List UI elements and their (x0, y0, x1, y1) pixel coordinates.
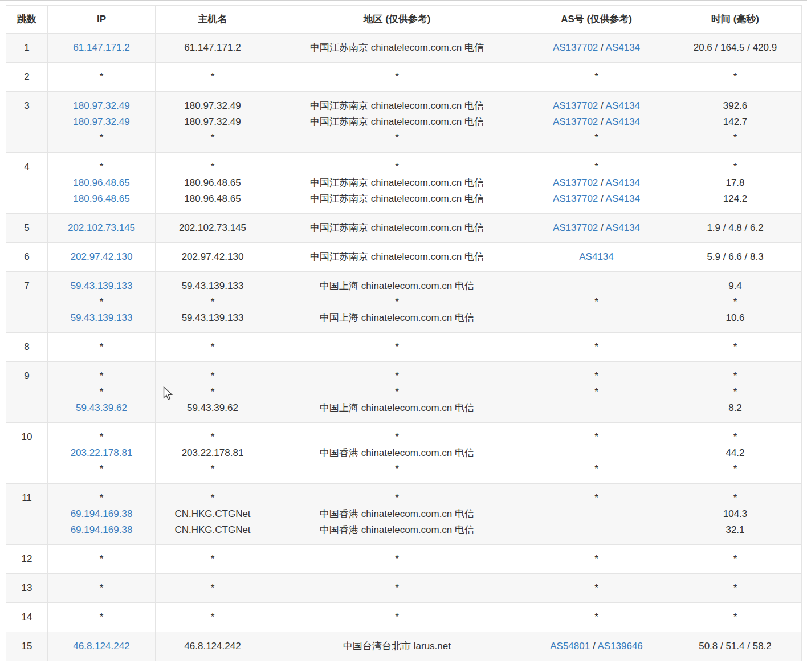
as-link[interactable]: AS4134 (606, 222, 641, 233)
hop-cell: 4 (6, 153, 48, 214)
table-row: 10*203.22.178.81**203.22.178.81**中国香港 ch… (6, 423, 802, 484)
as-link[interactable]: AS137702 (553, 193, 598, 204)
cell-line: * (527, 580, 666, 596)
ip-link[interactable]: 69.194.169.38 (71, 524, 133, 535)
as-link[interactable]: AS137702 (553, 222, 598, 233)
ip-link[interactable]: 202.97.42.130 (71, 251, 133, 262)
as-link[interactable]: AS54801 (550, 641, 590, 651)
ip-link[interactable]: 59.43.139.133 (71, 280, 133, 291)
cell-line: * (272, 609, 521, 625)
cell-line: * (671, 461, 799, 477)
cell-line: 50.8 / 51.4 / 58.2 (671, 638, 799, 654)
region-cell: **中国上海 chinatelecom.com.cn 电信 (270, 362, 524, 423)
cell-line: * (158, 609, 267, 625)
cell-line: AS137702 / AS4134 (527, 98, 666, 114)
cell-line: 6 (9, 249, 45, 265)
ip-link[interactable]: 180.96.48.65 (73, 193, 129, 204)
as-link[interactable]: AS137702 (553, 100, 598, 111)
cell-line: * (527, 384, 666, 400)
ip-cell: *203.22.178.81* (48, 423, 156, 484)
cell-line: 5.9 / 6.6 / 8.3 (671, 249, 799, 265)
ip-link[interactable]: 202.102.73.145 (68, 222, 135, 233)
cell-line: * (527, 551, 666, 567)
table-row: 13***** (6, 574, 802, 603)
cell-line: 7 (9, 278, 45, 294)
table-row: 6202.97.42.130202.97.42.130中国江苏南京 chinat… (6, 243, 802, 272)
cell-line: 5 (9, 220, 45, 236)
cell-line: 59.43.139.133 (158, 278, 267, 294)
table-row: 5202.102.73.145202.102.73.145中国江苏南京 chin… (6, 214, 802, 243)
table-header-row: 跳数IP主机名地区 (仅供参考)AS号 (仅供参考)时间 (毫秒) (6, 6, 802, 34)
as-link[interactable]: AS137702 (553, 116, 598, 127)
cell-line: 59.43.139.133 (50, 278, 153, 294)
cell-line: 180.97.32.49 (50, 114, 153, 130)
as-link[interactable]: AS4134 (606, 177, 641, 188)
ip-link[interactable]: 69.194.169.38 (71, 508, 133, 519)
region-cell: *中国香港 chinatelecom.com.cn 电信中国香港 chinate… (270, 484, 524, 545)
ip-link[interactable]: 180.96.48.65 (73, 177, 129, 188)
traceroute-table: 跳数IP主机名地区 (仅供参考)AS号 (仅供参考)时间 (毫秒) 161.14… (6, 5, 802, 661)
region-cell: 中国台湾台北市 larus.net (270, 632, 524, 661)
table-row: 12***** (6, 545, 802, 574)
hop-cell: 5 (6, 214, 48, 243)
time-cell: 20.6 / 164.5 / 420.9 (669, 34, 802, 63)
as-cell: * (524, 63, 669, 92)
as-link[interactable]: AS137702 (553, 177, 598, 188)
cell-line: 12 (9, 551, 45, 567)
cell-line: * (50, 69, 153, 85)
cell-line: * (527, 339, 666, 355)
cell-line: * (527, 461, 666, 477)
cell-line: 中国上海 chinatelecom.com.cn 电信 (272, 400, 521, 416)
cell-line: 69.194.169.38 (50, 522, 153, 538)
cell-line: * (158, 429, 267, 445)
cell-line: 124.2 (671, 191, 799, 207)
cell-line: 11 (9, 490, 45, 506)
cell-line: * (671, 368, 799, 384)
ip-link[interactable]: 203.22.178.81 (71, 447, 133, 458)
cell-line: 202.102.73.145 (50, 220, 153, 236)
as-link[interactable]: AS139646 (597, 641, 642, 651)
cell-line: 中国江苏南京 chinatelecom.com.cn 电信 (272, 98, 521, 114)
hop-cell: 9 (6, 362, 48, 423)
ip-link[interactable]: 180.97.32.49 (73, 116, 129, 127)
region-cell: *中国香港 chinatelecom.com.cn 电信* (270, 423, 524, 484)
cell-line: * (272, 384, 521, 400)
ip-cell: * (48, 603, 156, 632)
cell-line: * (50, 609, 153, 625)
as-link[interactable]: AS4134 (606, 116, 641, 127)
ip-link[interactable]: 59.43.139.133 (71, 312, 133, 323)
ip-link[interactable]: 46.8.124.242 (73, 641, 129, 651)
time-cell: *17.8124.2 (669, 153, 802, 214)
cell-line: 2 (9, 69, 45, 85)
host-cell: *180.96.48.65180.96.48.65 (156, 153, 270, 214)
cell-line: * (158, 461, 267, 477)
as-cell: * (524, 574, 669, 603)
cell-line: 32.1 (671, 522, 799, 538)
cell-line: 10 (9, 429, 45, 445)
cell-line: * (272, 551, 521, 567)
cell-line: 中国江苏南京 chinatelecom.com.cn 电信 (272, 249, 521, 265)
as-link[interactable]: AS4134 (606, 42, 641, 53)
time-cell: * (669, 574, 802, 603)
ip-cell: * (48, 333, 156, 362)
cell-line: 104.3 (671, 506, 799, 522)
ip-link[interactable]: 61.147.171.2 (73, 42, 129, 53)
region-cell: * (270, 545, 524, 574)
as-link[interactable]: AS4134 (606, 193, 641, 204)
cell-line: * (527, 609, 666, 625)
as-link[interactable]: AS137702 (553, 42, 598, 53)
ip-cell: * (48, 574, 156, 603)
cell-line: 中国上海 chinatelecom.com.cn 电信 (272, 278, 521, 294)
cell-line: * (158, 69, 267, 85)
as-link[interactable]: AS4134 (606, 100, 641, 111)
hop-cell: 8 (6, 333, 48, 362)
cell-line: * (671, 384, 799, 400)
ip-link[interactable]: 180.97.32.49 (73, 100, 129, 111)
cell-line: 中国香港 chinatelecom.com.cn 电信 (272, 522, 521, 538)
ip-link[interactable]: 59.43.39.62 (76, 402, 127, 413)
as-link[interactable]: AS4134 (579, 251, 614, 262)
cell-line: * (158, 130, 267, 146)
cell-line: 中国江苏南京 chinatelecom.com.cn 电信 (272, 114, 521, 130)
table-row: 161.147.171.261.147.171.2中国江苏南京 chinatel… (6, 34, 802, 63)
column-header-time: 时间 (毫秒) (669, 6, 802, 34)
